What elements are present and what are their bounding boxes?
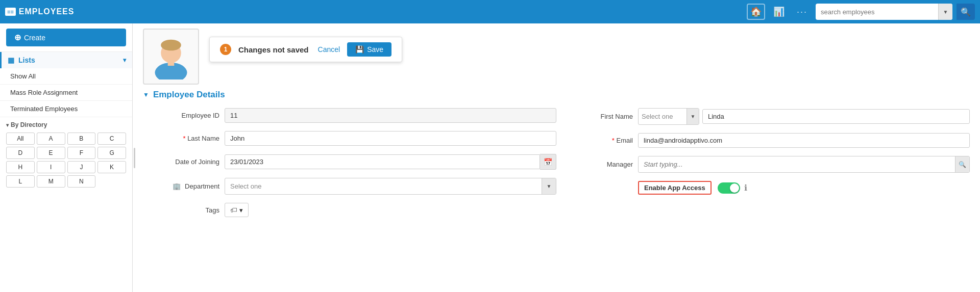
lists-grid-icon: ▦ bbox=[8, 56, 14, 64]
date-of-joining-input[interactable] bbox=[225, 154, 540, 169]
first-name-input[interactable] bbox=[702, 109, 970, 124]
email-input[interactable] bbox=[638, 133, 970, 148]
tags-button[interactable]: 🏷 ▾ bbox=[225, 203, 249, 217]
employee-avatar bbox=[143, 29, 199, 85]
logo-icon: ≡≡ bbox=[5, 8, 16, 16]
info-icon[interactable]: ℹ bbox=[744, 183, 747, 193]
sidebar-item-show-all[interactable]: Show All bbox=[0, 68, 132, 85]
top-content: 1 Changes not saved Cancel 💾 Save bbox=[133, 23, 980, 85]
save-label: Save bbox=[367, 45, 383, 54]
employee-form-grid: Employee ID Last Name Date of Joining bbox=[143, 104, 970, 221]
letter-btn-g[interactable]: G bbox=[97, 147, 126, 159]
avatar-svg bbox=[148, 34, 194, 79]
letter-btn-c[interactable]: C bbox=[97, 132, 126, 145]
first-name-select-wrap: Select one ▼ bbox=[638, 108, 699, 125]
home-icon: 🏠 bbox=[750, 6, 762, 17]
department-select[interactable]: Select one bbox=[225, 179, 542, 193]
letter-btn-m[interactable]: M bbox=[37, 175, 65, 188]
search-dropdown-button[interactable]: ▼ bbox=[938, 4, 952, 20]
letter-btn-f[interactable]: F bbox=[67, 147, 96, 159]
section-header[interactable]: ▼ Employee Details bbox=[143, 85, 970, 104]
by-directory-header[interactable]: ▾ By Directory bbox=[0, 117, 132, 130]
letter-btn-i[interactable]: I bbox=[37, 161, 65, 173]
manager-label: Manager bbox=[556, 161, 633, 168]
letter-btn-j[interactable]: J bbox=[67, 161, 96, 173]
letter-btn-all[interactable]: All bbox=[6, 132, 35, 145]
department-label: 🏢 Department bbox=[143, 182, 219, 190]
enable-app-toggle[interactable] bbox=[718, 182, 740, 194]
chart-icon: 📊 bbox=[773, 7, 785, 17]
email-row: Email bbox=[556, 129, 970, 152]
app-logo: ≡≡ EMPLOYEES bbox=[5, 7, 74, 16]
form-right-column: First Name Select one ▼ bbox=[556, 104, 970, 221]
by-directory-label: By Directory bbox=[11, 121, 47, 128]
search-submit-button[interactable]: 🔍 bbox=[957, 4, 975, 20]
svg-point-2 bbox=[161, 40, 181, 51]
letter-btn-a[interactable]: A bbox=[37, 132, 65, 145]
last-name-input[interactable] bbox=[225, 131, 556, 146]
manager-search-button[interactable]: 🔍 bbox=[955, 156, 969, 172]
sidebar-show-all-label: Show All bbox=[10, 72, 36, 80]
date-of-joining-label: Date of Joining bbox=[143, 158, 219, 166]
home-button[interactable]: 🏠 bbox=[747, 4, 765, 20]
sidebar-item-mass-role[interactable]: Mass Role Assignment bbox=[0, 85, 132, 101]
employee-details-section: ▼ Employee Details Employee ID Last Name bbox=[133, 85, 980, 231]
search-bar: ▼ bbox=[816, 4, 952, 20]
tags-dropdown-icon: ▾ bbox=[239, 206, 243, 214]
sidebar-item-terminated[interactable]: Terminated Employees bbox=[0, 101, 132, 117]
calendar-icon: 📅 bbox=[544, 158, 552, 166]
letter-grid: All A B C D E F G H I J K L M N bbox=[0, 130, 132, 190]
letter-btn-l[interactable]: L bbox=[6, 175, 35, 188]
content-area: 1 Changes not saved Cancel 💾 Save ▼ Empl… bbox=[133, 23, 980, 292]
letter-btn-b[interactable]: B bbox=[67, 132, 96, 145]
tag-icon: 🏷 bbox=[230, 206, 237, 214]
last-name-row: Last Name bbox=[143, 127, 556, 150]
main-layout: ⊕ Create ▦ Lists ▾ Show All Mass Role As… bbox=[0, 23, 980, 292]
chevron-down-icon: ▼ bbox=[691, 114, 696, 119]
manager-input[interactable] bbox=[639, 157, 955, 171]
create-button[interactable]: ⊕ Create bbox=[6, 29, 126, 46]
first-name-row: First Name Select one ▼ bbox=[556, 104, 970, 129]
department-select-arrow[interactable]: ▼ bbox=[542, 178, 556, 194]
enable-app-access-wrap: Enable App Access ℹ bbox=[638, 181, 747, 195]
letter-btn-n[interactable]: N bbox=[67, 175, 96, 188]
cancel-link[interactable]: Cancel bbox=[318, 45, 340, 54]
resize-visual bbox=[134, 148, 135, 168]
first-name-select-arrow[interactable]: ▼ bbox=[687, 109, 699, 124]
date-input-wrap: 📅 bbox=[225, 154, 556, 170]
enable-app-toggle-wrap: ℹ bbox=[718, 182, 747, 194]
lists-chevron-icon: ▾ bbox=[123, 57, 126, 64]
calendar-button[interactable]: 📅 bbox=[540, 154, 556, 170]
manager-input-wrap: 🔍 bbox=[638, 156, 970, 173]
changes-bar: 1 Changes not saved Cancel 💾 Save bbox=[209, 37, 402, 62]
letter-btn-k[interactable]: K bbox=[97, 161, 126, 173]
sidebar: ⊕ Create ▦ Lists ▾ Show All Mass Role As… bbox=[0, 23, 133, 292]
enable-app-access-label: Enable App Access bbox=[638, 181, 712, 195]
sidebar-lists-header[interactable]: ▦ Lists ▾ bbox=[0, 52, 132, 68]
toggle-thumb bbox=[730, 183, 739, 193]
section-title: Employee Details bbox=[153, 90, 225, 100]
changes-not-saved-text: Changes not saved bbox=[238, 45, 309, 54]
chevron-down-icon: ▼ bbox=[547, 183, 552, 189]
letter-btn-d[interactable]: D bbox=[6, 147, 35, 159]
more-icon: ··· bbox=[797, 7, 807, 17]
sidebar-resize-handle[interactable] bbox=[132, 23, 137, 292]
letter-btn-e[interactable]: E bbox=[37, 147, 65, 159]
employee-id-label: Employee ID bbox=[143, 112, 219, 119]
tags-label: Tags bbox=[143, 206, 219, 214]
first-name-select[interactable]: Select one bbox=[639, 110, 687, 123]
svg-rect-3 bbox=[168, 60, 175, 66]
search-input[interactable] bbox=[816, 8, 938, 16]
chart-button[interactable]: 📊 bbox=[769, 4, 789, 19]
letter-btn-h[interactable]: H bbox=[6, 161, 35, 173]
sidebar-lists-label: Lists bbox=[18, 56, 35, 64]
form-left-column: Employee ID Last Name Date of Joining bbox=[143, 104, 556, 221]
save-button[interactable]: 💾 Save bbox=[347, 42, 391, 57]
sidebar-terminated-label: Terminated Employees bbox=[10, 105, 78, 113]
more-button[interactable]: ··· bbox=[793, 5, 812, 19]
enable-app-access-row: Enable App Access ℹ bbox=[556, 177, 970, 199]
department-select-wrap: Select one ▼ bbox=[225, 178, 556, 195]
tags-row: Tags 🏷 ▾ bbox=[143, 199, 556, 221]
employee-id-input[interactable] bbox=[225, 108, 556, 123]
app-name: EMPLOYEES bbox=[19, 7, 75, 16]
